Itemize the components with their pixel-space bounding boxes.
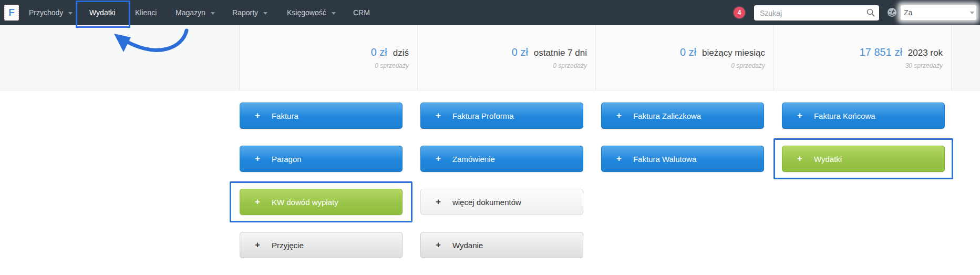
- button-label: Faktura: [272, 111, 298, 120]
- stat-label: dziś: [393, 48, 409, 58]
- plus-icon: [797, 110, 802, 121]
- chevron-down-icon: [211, 12, 215, 15]
- new-faktura-zaliczkowa-button[interactable]: Faktura Zaliczkowa: [601, 103, 764, 129]
- more-documents-button[interactable]: więcej dokumentów: [420, 189, 583, 215]
- stat-label: 2023 rok: [908, 48, 943, 58]
- stat-value: 0 zł: [680, 46, 696, 58]
- annotation-box-nav-wydatki: [76, 1, 130, 28]
- user-menu[interactable]: Za: [901, 5, 976, 20]
- button-label: więcej dokumentów: [452, 198, 521, 207]
- plus-icon: [616, 110, 622, 121]
- stat-value: 0 zł: [371, 46, 387, 58]
- stat-last-7-days: 0 zł ostatnie 7 dni 0 sprzedaży: [417, 25, 595, 90]
- nav-item-ksiegowosc[interactable]: Księgowość: [287, 0, 336, 25]
- stat-today: 0 zł dziś 0 sprzedaży: [239, 25, 417, 90]
- new-przyjecie-button[interactable]: Przyjęcie: [240, 232, 403, 258]
- annotation-box-kw-button: [230, 181, 412, 222]
- annotation-box-wydatki-button: [773, 138, 953, 179]
- top-navbar: F Przychody Wydatki Klienci Magazyn Rapo…: [0, 0, 980, 25]
- nav-item-label: CRM: [353, 8, 370, 17]
- stat-subtext: 0 sprzedaży: [553, 62, 587, 69]
- plus-icon: [436, 197, 441, 207]
- nav-item-klienci[interactable]: Klienci: [135, 0, 157, 25]
- nav-item-label: Przychody: [29, 8, 63, 17]
- new-faktura-koncowa-button[interactable]: Faktura Końcowa: [782, 103, 945, 129]
- button-label: Zamówienie: [452, 155, 495, 164]
- user-name-label: Za: [904, 5, 912, 20]
- chevron-down-icon: [263, 12, 267, 15]
- stat-value: 17 851 zł: [860, 46, 902, 58]
- plus-icon: [255, 154, 260, 164]
- new-wydanie-button[interactable]: Wydanie: [420, 232, 583, 258]
- search-box: [754, 5, 879, 21]
- search-icon[interactable]: [866, 8, 875, 17]
- button-label: Faktura Końcowa: [814, 111, 875, 120]
- new-faktura-walutowa-button[interactable]: Faktura Walutowa: [601, 146, 764, 172]
- new-faktura-proforma-button[interactable]: Faktura Proforma: [420, 103, 583, 129]
- plus-icon: [436, 154, 441, 164]
- new-faktura-button[interactable]: Faktura: [240, 103, 403, 129]
- nav-item-raporty[interactable]: Raporty: [232, 0, 267, 25]
- chevron-down-icon: [332, 12, 336, 15]
- app-logo[interactable]: F: [4, 5, 19, 21]
- button-label: Faktura Walutowa: [633, 155, 696, 164]
- button-label: Wydanie: [452, 241, 483, 250]
- stat-subtext: 0 sprzedaży: [375, 62, 409, 69]
- nav-item-label: Magazyn: [176, 8, 205, 17]
- notification-badge[interactable]: 4: [734, 7, 745, 18]
- stat-subtext: 30 sprzedaży: [905, 62, 943, 69]
- button-label: Przyjęcie: [272, 241, 304, 250]
- nav-item-label: Klienci: [135, 8, 157, 17]
- stat-label: ostatnie 7 dni: [534, 48, 587, 58]
- plus-icon: [436, 110, 441, 121]
- stat-subtext: 0 sprzedaży: [731, 62, 765, 69]
- stat-current-month: 0 zł bieżący miesiąc 0 sprzedaży: [595, 25, 773, 90]
- app-screen: F Przychody Wydatki Klienci Magazyn Rapo…: [0, 0, 980, 275]
- stat-year-2023: 17 851 zł 2023 rok 30 sprzedaży: [773, 25, 952, 90]
- stat-label: bieżący miesiąc: [702, 48, 765, 58]
- button-label: Paragon: [272, 155, 302, 164]
- nav-item-przychody[interactable]: Przychody: [29, 0, 73, 25]
- plus-icon: [255, 240, 260, 250]
- nav-item-crm[interactable]: CRM: [353, 0, 370, 25]
- nav-item-label: Księgowość: [287, 8, 326, 17]
- plus-icon: [436, 240, 441, 250]
- button-label: Faktura Proforma: [452, 111, 514, 120]
- new-paragon-button[interactable]: Paragon: [240, 146, 403, 172]
- stat-value: 0 zł: [512, 46, 528, 58]
- nav-item-label: Raporty: [232, 8, 258, 17]
- annotation-curved-arrow: [102, 27, 194, 62]
- plus-icon: [616, 154, 622, 164]
- plus-icon: [255, 110, 260, 121]
- nav-item-magazyn[interactable]: Magazyn: [176, 0, 215, 25]
- button-label: Faktura Zaliczkowa: [633, 111, 701, 120]
- search-input[interactable]: [754, 5, 865, 21]
- new-zamowienie-button[interactable]: Zamówienie: [420, 146, 583, 172]
- speedometer-icon: [887, 7, 897, 17]
- chevron-down-icon: [68, 12, 73, 15]
- chevron-down-icon: [970, 12, 974, 14]
